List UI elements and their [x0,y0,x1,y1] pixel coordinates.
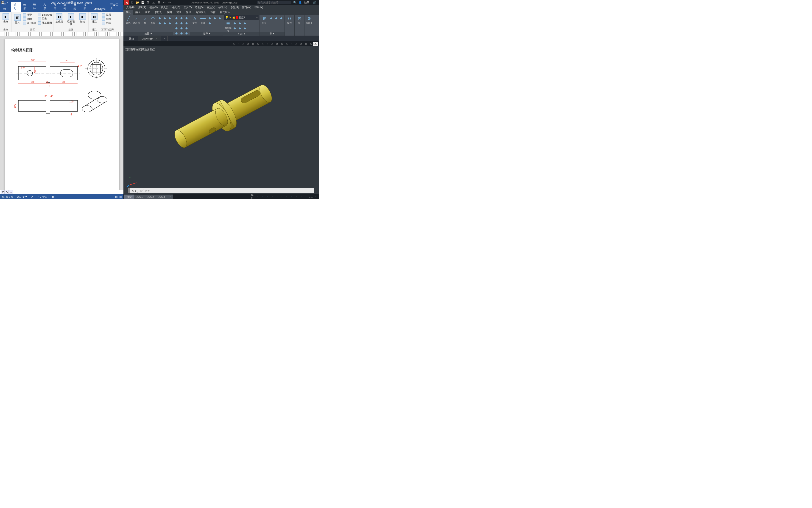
word-tab-审阅[interactable]: 审阅 [71,2,81,12]
prev-icon[interactable]: ◆ [237,26,242,30]
util-icon[interactable]: ⚙实用工 [305,15,313,24]
status-polar-icon[interactable]: ▪ [270,195,274,199]
ribtab-协作[interactable]: 协作 [208,10,218,15]
acad-logo-icon[interactable]: A [124,0,130,5]
layout-tab-模型[interactable]: 模型 [124,195,134,199]
explode-icon[interactable]: ◆ [179,31,184,35]
word-tab-引用[interactable]: 引用 [51,2,61,12]
menu-视图(V)[interactable]: 视图(V) [148,5,159,10]
status-dyn-icon[interactable]: ▪ [299,195,303,199]
hatch-icon[interactable]: ◆ [157,21,162,25]
ime-icon[interactable]: 中 [1,190,5,194]
leader-icon[interactable]: ◆ [207,15,212,20]
array-icon[interactable]: ◆ [184,26,189,30]
view-label[interactable]: [-][西南等轴测][带边缘着色] [125,48,155,51]
menu-插入(I)[interactable]: 插入(I) [159,5,170,10]
addin-icon[interactable]: ◧加载项 [54,12,64,23]
open-icon[interactable]: 📂 [135,0,140,5]
spline-icon[interactable]: ◆ [162,21,167,25]
link-icon[interactable]: ◧链接 [78,12,87,23]
menu-工具(T)[interactable]: 工具(T) [182,5,193,10]
footer-icon[interactable]: 页脚 [101,17,111,21]
text-icon[interactable]: A文字 [191,15,199,24]
nav-icon[interactable]: ◇ [289,42,294,46]
picture-icon[interactable]: ◧图片 [13,12,22,25]
redo-icon[interactable]: ↷ [12,1,15,4]
ws-icon[interactable]: ◇ [303,42,308,46]
status-transp-icon[interactable]: ▪ [290,195,294,199]
web-icon[interactable]: ☁ [151,0,155,5]
3dview-icon[interactable]: ◇ [280,42,284,46]
sync-icon[interactable]: ⟳ [17,1,21,4]
word-tab-视图[interactable]: 视图 [81,2,91,12]
ribtab-视图[interactable]: 视图 [164,10,174,15]
status-sel-icon[interactable]: ▪ [294,195,298,199]
status-iso-draft-icon[interactable]: ▪ [275,195,279,199]
header-icon[interactable]: 页眉 [101,13,111,17]
command-line[interactable]: ⋮ ✕ ▸_ 键入命令 [128,188,314,194]
transp-icon[interactable]: ◇ [270,42,274,46]
field-icon[interactable]: ◆ [207,21,212,25]
word-tab-开发工具[interactable]: 开发工具 [108,2,124,12]
status-snap-icon[interactable]: ▪ [260,195,265,199]
insert-icon[interactable]: ⊞插入 [260,15,269,24]
word-ruler[interactable] [0,32,124,36]
create-icon[interactable]: ◆ [269,15,274,20]
menu-修改(M)[interactable]: 修改(M) [217,5,229,10]
status-lweight-icon[interactable]: ▪ [285,195,289,199]
status-ortho-icon[interactable]: ▪ [266,195,270,199]
new-icon[interactable]: 🗋 [130,0,134,5]
polar-icon[interactable]: ◇ [246,42,250,46]
fillet-icon[interactable]: ◆ [184,21,189,25]
edit-icon[interactable]: ◆ [274,15,279,20]
save-icon[interactable]: 💾 [1,1,4,4]
menu-编辑(E)[interactable]: 编辑(E) [136,5,148,10]
ime-icon3[interactable]: ☼ [9,190,13,194]
add-tab-button[interactable]: + [162,36,168,41]
search-icon[interactable]: 🔍 [292,1,298,4]
layerprops-icon[interactable]: ☰图层特性 [224,21,232,32]
rotate-icon[interactable]: ◆ [179,15,184,20]
panel-label[interactable]: 绘图 ▾ [124,32,173,36]
panel-label[interactable]: 块 ▾ [260,32,285,36]
video-icon[interactable]: ◧联机视频 [66,12,76,26]
layout-tab-布局1[interactable]: 布局1 [134,195,145,199]
ribtab-附加模块[interactable]: 附加模块 [193,10,208,15]
icon-icon[interactable]: 图标 [23,17,37,21]
iso-icon[interactable]: ◆ [242,26,247,30]
readmode-icon[interactable]: ▤ [115,196,117,199]
stretch-icon[interactable]: ◆ [174,26,179,30]
close-icon[interactable]: ✕ [155,37,157,40]
wcs-icon[interactable]: ◇ [231,42,236,46]
redo-icon[interactable]: ↷ [168,0,172,5]
dim-icon[interactable]: ⟷标注 [199,15,207,24]
line-icon[interactable]: ╱直线 [124,15,132,24]
rect-icon[interactable]: ◆ [157,15,162,20]
poly-icon[interactable]: ◆ [162,15,167,20]
menu-标注(N)[interactable]: 标注(N) [205,5,217,10]
attr-icon[interactable]: ◆ [279,15,284,20]
menu-窗口(W)[interactable]: 窗口(W) [241,5,253,10]
iso-label[interactable]: ISO- [313,42,318,46]
scale-icon[interactable]: ◆ [179,26,184,30]
ribtab-精选应用[interactable]: 精选应用 [218,10,232,15]
sel-cycle-icon[interactable]: ◇ [275,42,279,46]
language[interactable]: 中文(中国) [37,195,48,199]
group-icon[interactable]: ⊡组 [295,15,303,24]
mtext-icon[interactable]: ◆ [218,15,222,20]
add-layout-button[interactable]: + [167,195,173,199]
layout-tab-布局3[interactable]: 布局3 [156,195,167,199]
point-icon[interactable]: ◆ [168,21,172,25]
ortho-icon[interactable]: ◇ [241,42,245,46]
word-tab-布局[interactable]: 布局 [41,2,51,12]
menu-文件(F)[interactable]: 文件(F) [125,5,136,10]
3dosnap-icon[interactable]: ◇ [255,42,260,46]
ime-icon2[interactable]: ✎ [5,190,9,194]
filetab-Drawing1*[interactable]: Drawing1*✕ [138,36,161,41]
ribtab-参数化[interactable]: 参数化 [152,10,164,15]
panel-label[interactable]: 图层 ▾ [223,32,259,36]
word-tab-邮件[interactable]: 邮件 [61,2,71,12]
gizmo-icon[interactable]: ◇ [284,42,289,46]
mirror-icon[interactable]: ◆ [179,21,184,25]
word-count[interactable]: 227 个字 [17,195,27,199]
